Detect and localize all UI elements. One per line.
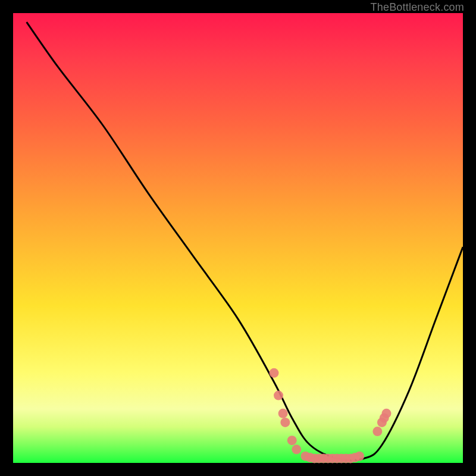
bottleneck-curve <box>27 22 463 460</box>
scatter-marker <box>381 409 391 418</box>
scatter-marker <box>278 409 288 418</box>
scatter-marker <box>269 368 278 378</box>
scatter-marker <box>287 436 297 445</box>
scatter-marker <box>274 391 283 400</box>
scatter-markers <box>269 368 391 464</box>
scatter-marker <box>372 427 382 436</box>
attribution-text: TheBottleneck.com <box>371 1 464 14</box>
curve-path <box>27 22 463 460</box>
chart-stage: TheBottleneck.com <box>0 0 476 476</box>
scatter-marker <box>355 452 364 461</box>
chart-svg <box>13 13 463 463</box>
scatter-marker <box>292 444 301 454</box>
scatter-marker <box>280 418 290 427</box>
